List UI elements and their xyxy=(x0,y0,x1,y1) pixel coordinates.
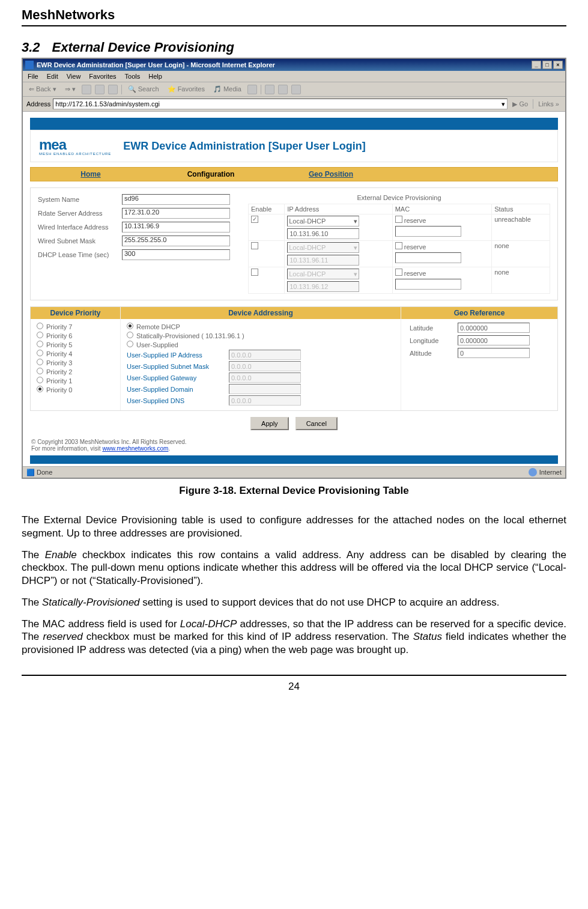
tab-home[interactable]: Home xyxy=(31,168,151,181)
tab-geo-position[interactable]: Geo Position xyxy=(271,168,391,181)
wired-subnet-input[interactable]: 255.255.255.0 xyxy=(122,236,230,246)
edp-reserve-checkbox[interactable] xyxy=(395,269,402,276)
us-ip-input[interactable]: 0.0.0.0 xyxy=(229,350,301,360)
menu-favorites[interactable]: Favorites xyxy=(89,73,116,80)
us-mask-input[interactable]: 0.0.0.0 xyxy=(229,361,301,371)
section-title: External Device Provisioning xyxy=(52,40,234,55)
ie-icon xyxy=(25,61,34,69)
favorites-button[interactable]: ⭐ Favorites xyxy=(165,84,207,94)
priority-radio[interactable] xyxy=(37,386,43,392)
edp-enable-checkbox[interactable] xyxy=(251,269,258,276)
us-gw-input[interactable]: 0.0.0.0 xyxy=(229,372,301,383)
edit-icon[interactable] xyxy=(291,85,301,94)
priority-radio[interactable] xyxy=(37,377,43,383)
forward-button[interactable]: ⇒ ▾ xyxy=(62,84,78,94)
address-input[interactable]: http://172.16.1.53/admin/system.cgi▾ xyxy=(53,99,508,109)
edp-mode-select[interactable]: Local-DHCP▾ xyxy=(287,269,359,279)
maximize-button[interactable]: □ xyxy=(542,61,552,69)
addressing-radio[interactable] xyxy=(127,332,133,338)
mea-logo: mea xyxy=(39,136,111,153)
menu-help[interactable]: Help xyxy=(148,73,162,80)
print-icon[interactable] xyxy=(278,85,288,94)
priority-label: Priority 3 xyxy=(46,359,72,366)
body-para-2: The Enable checkbox indicates this row c… xyxy=(22,549,566,588)
edp-mac-input[interactable] xyxy=(395,226,461,237)
back-button[interactable]: ⇐ Back ▾ xyxy=(26,84,59,94)
dhcp-lease-input[interactable]: 300 xyxy=(122,249,230,260)
georef-heading: Geo Reference xyxy=(401,307,557,319)
priority-radio[interactable] xyxy=(37,341,43,347)
latitude-input[interactable]: 0.000000 xyxy=(458,323,530,333)
edp-enable-checkbox[interactable] xyxy=(251,242,258,249)
top-blue-bar xyxy=(30,118,558,130)
cancel-button[interactable]: Cancel xyxy=(296,417,338,430)
us-ip-label: User-Supplied IP Address xyxy=(127,351,223,359)
system-name-input[interactable]: sd96 xyxy=(122,194,230,205)
edp-ip-input[interactable]: 10.131.96.12 xyxy=(287,281,359,292)
altitude-input[interactable]: 0 xyxy=(458,348,530,358)
priority-radio[interactable] xyxy=(37,323,43,329)
tab-configuration[interactable]: Configuration xyxy=(151,168,271,181)
menu-view[interactable]: View xyxy=(67,73,81,80)
edp-mac-input[interactable] xyxy=(395,252,461,263)
moreinfo-text: For more information, visit xyxy=(31,445,102,452)
minimize-button[interactable]: _ xyxy=(532,61,541,69)
edp-enable-checkbox[interactable] xyxy=(251,216,258,223)
apply-button[interactable]: Apply xyxy=(250,417,289,430)
edp-col-enable: Enable xyxy=(249,204,285,214)
edp-mode-select[interactable]: Local-DHCP▾ xyxy=(287,242,359,253)
priority-label: Priority 1 xyxy=(46,377,72,385)
stop-icon[interactable] xyxy=(82,85,91,94)
edp-reserve-label: reserve xyxy=(404,270,426,277)
home-icon[interactable] xyxy=(108,85,118,94)
page-title: EWR Device Administration [Super User Lo… xyxy=(123,140,365,153)
addressing-radio[interactable] xyxy=(127,341,133,347)
wired-subnet-label: Wired Subnet Mask xyxy=(38,237,122,245)
priority-radio[interactable] xyxy=(37,368,43,374)
us-dns-input[interactable]: 0.0.0.0 xyxy=(229,395,301,406)
edp-mode-select[interactable]: Local-DHCP▾ xyxy=(287,216,359,226)
addressing-radio[interactable] xyxy=(127,323,133,329)
altitude-label: Altitude xyxy=(410,350,458,357)
close-button[interactable]: × xyxy=(553,61,563,69)
rdate-server-input[interactable]: 172.31.0.20 xyxy=(122,208,230,219)
edp-mac-input[interactable] xyxy=(395,279,461,290)
ie-window: EWR Device Administration [Super User Lo… xyxy=(22,58,566,479)
links-button[interactable]: Links » xyxy=(536,99,562,109)
body-para-1: The External Device Provisioning table i… xyxy=(22,514,566,540)
search-button[interactable]: 🔍 Search xyxy=(126,84,162,94)
priority-label: Priority 2 xyxy=(46,368,72,375)
edp-reserve-checkbox[interactable] xyxy=(395,216,402,223)
meshnetworks-link[interactable]: www.meshnetworks.com xyxy=(102,445,168,452)
edp-ip-input[interactable]: 10.131.96.10 xyxy=(287,228,359,239)
media-button[interactable]: 🎵 Media xyxy=(211,84,244,94)
rdate-server-label: Rdate Server Address xyxy=(38,210,122,217)
menu-edit[interactable]: Edit xyxy=(47,73,58,80)
addressing-remote-label: Remote DHCP xyxy=(136,323,180,330)
dhcp-lease-label: DHCP Lease Time (sec) xyxy=(38,251,122,258)
edp-reserve-label: reserve xyxy=(404,243,426,251)
priority-radio[interactable] xyxy=(37,332,43,338)
section-heading: 3.2External Device Provisioning xyxy=(22,40,566,55)
mail-icon[interactable] xyxy=(265,85,274,94)
edp-reserve-checkbox[interactable] xyxy=(395,242,402,249)
lower-panel: Device Priority Priority 7 Priority 6 Pr… xyxy=(30,306,558,411)
longitude-input[interactable]: 0.000000 xyxy=(458,335,530,345)
go-button[interactable]: ▶ Go xyxy=(510,99,530,109)
refresh-icon[interactable] xyxy=(95,85,105,94)
menu-tools[interactable]: Tools xyxy=(125,73,141,80)
edp-ip-input[interactable]: 10.131.96.11 xyxy=(287,255,359,266)
system-name-label: System Name xyxy=(38,196,122,203)
toolbar: ⇐ Back ▾ ⇒ ▾ 🔍 Search ⭐ Favorites 🎵 Medi… xyxy=(23,82,565,97)
menu-file[interactable]: File xyxy=(28,73,38,80)
nav-tabs: Home Configuration Geo Position xyxy=(30,167,558,181)
history-icon[interactable] xyxy=(247,85,257,94)
edp-status: unreachable xyxy=(492,214,550,241)
priority-radio[interactable] xyxy=(37,350,43,356)
addressing-user-label: User-Supplied xyxy=(136,341,178,348)
us-dom-input[interactable] xyxy=(229,384,301,394)
wired-interface-input[interactable]: 10.131.96.9 xyxy=(122,222,230,233)
body-para-3: The Statically-Provisioned setting is us… xyxy=(22,596,566,609)
priority-radio[interactable] xyxy=(37,359,43,365)
edp-col-status: Status xyxy=(492,204,550,214)
